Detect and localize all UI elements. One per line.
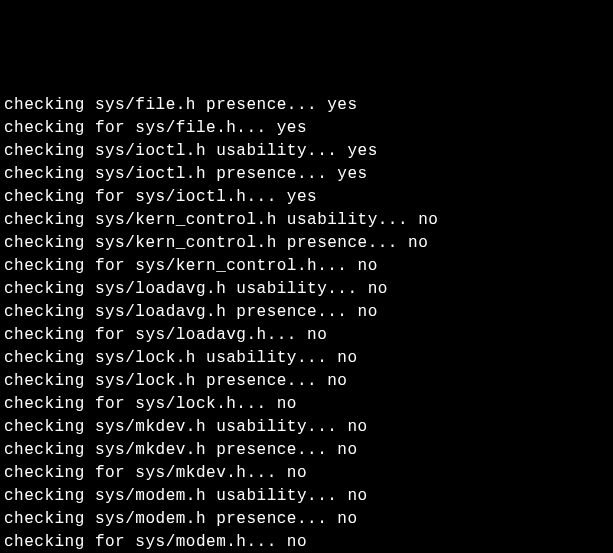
terminal-line: checking sys/loadavg.h presence... no: [4, 301, 609, 324]
terminal-line: checking sys/mkdev.h usability... no: [4, 416, 609, 439]
terminal-line: checking for sys/mkdev.h... no: [4, 462, 609, 485]
terminal-line: checking sys/kern_control.h presence... …: [4, 232, 609, 255]
terminal-line: checking sys/modem.h presence... no: [4, 508, 609, 531]
terminal-line: checking for sys/modem.h... no: [4, 531, 609, 553]
terminal-line: checking for sys/lock.h... no: [4, 393, 609, 416]
terminal-line: checking for sys/kern_control.h... no: [4, 255, 609, 278]
terminal-line: checking sys/mkdev.h presence... no: [4, 439, 609, 462]
terminal-output: checking sys/file.h presence... yescheck…: [4, 94, 609, 553]
terminal-line: checking sys/ioctl.h usability... yes: [4, 140, 609, 163]
terminal-line: checking sys/loadavg.h usability... no: [4, 278, 609, 301]
terminal-line: checking for sys/loadavg.h... no: [4, 324, 609, 347]
terminal-line: checking sys/ioctl.h presence... yes: [4, 163, 609, 186]
terminal-line: checking sys/file.h presence... yes: [4, 94, 609, 117]
terminal-line: checking sys/lock.h usability... no: [4, 347, 609, 370]
terminal-line: checking sys/lock.h presence... no: [4, 370, 609, 393]
terminal-line: checking sys/modem.h usability... no: [4, 485, 609, 508]
terminal-line: checking for sys/ioctl.h... yes: [4, 186, 609, 209]
terminal-line: checking sys/kern_control.h usability...…: [4, 209, 609, 232]
terminal-line: checking for sys/file.h... yes: [4, 117, 609, 140]
